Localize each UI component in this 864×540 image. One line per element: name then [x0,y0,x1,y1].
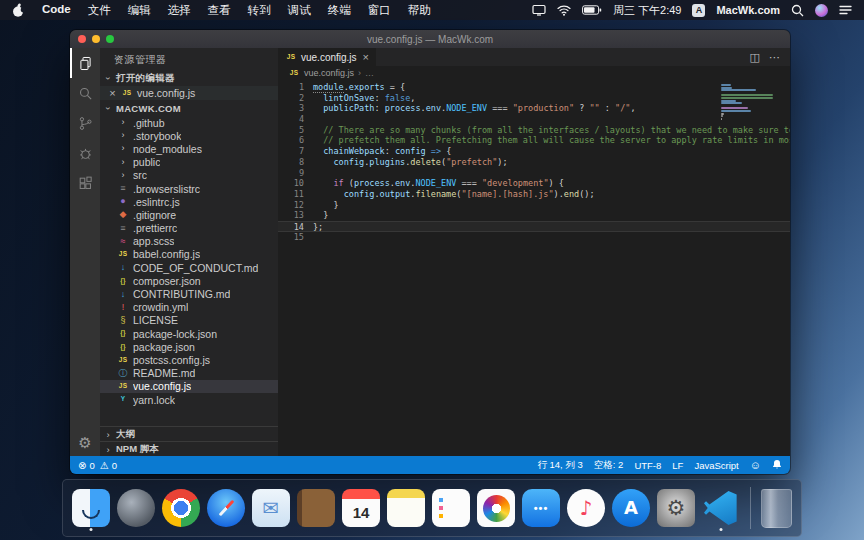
cursor-position[interactable]: 行 14, 列 3 [537,459,582,472]
notification-center-icon[interactable] [839,5,852,15]
close-icon[interactable]: × [108,87,117,99]
language-mode[interactable]: JavaScript [694,460,738,471]
menu-item-7[interactable]: 终端 [328,3,351,18]
menu-item-2[interactable]: 编辑 [128,3,151,18]
dock-mail-icon[interactable]: ✉ [252,489,290,527]
notifications-bell-icon[interactable] [772,459,782,472]
tree-item-node_modules[interactable]: ›node_modules [100,142,278,155]
tree-item-LICENSE[interactable]: §LICENSE [100,314,278,327]
dock-notes-icon[interactable] [387,489,425,527]
tree-item-src[interactable]: ›src [100,169,278,182]
tree-item-vue.config.js[interactable]: JSvue.config.js [100,380,278,393]
tree-item-package-lock.json[interactable]: {}package-lock.json [100,327,278,340]
tree-item-composer.json[interactable]: {}composer.json [100,274,278,287]
menu-item-5[interactable]: 转到 [248,3,271,18]
minimap[interactable] [721,84,777,123]
dock-system-preferences-icon[interactable]: ⚙ [657,489,695,527]
open-editor-item[interactable]: × JS vue.config.js [100,86,278,100]
code-line-14[interactable]: 14}; [278,221,790,232]
tree-item-babel.config.js[interactable]: JSbabel.config.js [100,248,278,261]
feedback-smiley-icon[interactable]: ☺ [750,459,761,471]
menu-item-6[interactable]: 调试 [288,3,311,18]
more-actions-icon[interactable]: ⋯ [769,51,780,64]
open-editors-header[interactable]: › 打开的编辑器 [100,70,278,86]
zoom-window-button[interactable] [106,35,114,43]
code-line-3[interactable]: 3 publicPath: process.env.NODE_ENV === "… [278,103,790,114]
tree-item-CONTRIBUTING.md[interactable]: ↓CONTRIBUTING.md [100,287,278,300]
menu-item-1[interactable]: 文件 [88,3,111,18]
display-icon[interactable] [532,4,546,16]
close-tab-icon[interactable]: × [363,51,369,63]
settings-gear-icon[interactable]: ⚙ [78,434,91,452]
siri-icon[interactable] [815,4,828,17]
tree-item-.eslintrc.js[interactable]: ●.eslintrc.js [100,195,278,208]
tree-item-.browserslistrc[interactable]: ≡.browserslistrc [100,182,278,195]
dock-trash-icon[interactable] [761,489,792,528]
tree-item-public[interactable]: ›public [100,156,278,169]
problems-errors[interactable]: ⊗ 0 [78,460,95,471]
menu-item-3[interactable]: 选择 [168,3,191,18]
source-control-icon[interactable] [70,108,100,138]
eol-sequence[interactable]: LF [672,460,683,471]
tree-item-postcss.config.js[interactable]: JSpostcss.config.js [100,353,278,366]
dock-chrome-icon[interactable] [162,489,200,527]
dock-messages-icon[interactable]: ••• [522,489,560,527]
tree-item-.storybook[interactable]: ›.storybook [100,129,278,142]
code-line-9[interactable]: 9 [278,168,790,179]
breadcrumb[interactable]: JS vue.config.js › … [278,66,790,80]
split-editor-icon[interactable]: ◫ [750,51,760,64]
tree-item-app.scss[interactable]: ≈app.scss [100,235,278,248]
close-window-button[interactable] [78,35,86,43]
menu-item-0[interactable]: Code [42,3,71,18]
code-line-11[interactable]: 11 config.output.filename("[name].[hash]… [278,189,790,200]
dock-launchpad-icon[interactable] [117,489,155,527]
sidebar-section-1[interactable]: ›NPM 脚本 [100,441,278,456]
menu-clock[interactable]: 周三 下午2:49 [613,3,681,18]
tree-item-.prettierrc[interactable]: ≡.prettierrc [100,222,278,235]
code-line-12[interactable]: 12 } [278,200,790,211]
code-line-1[interactable]: 1module.exports = { [278,82,790,93]
code-line-5[interactable]: 5 // There are so many chunks (from all … [278,125,790,136]
wifi-icon[interactable] [557,5,571,16]
apple-logo-icon[interactable] [12,3,25,18]
minimize-window-button[interactable] [92,35,100,43]
encoding[interactable]: UTF-8 [634,460,661,471]
tree-item-.github[interactable]: ›.github [100,116,278,129]
tree-item-.gitignore[interactable]: ◆.gitignore [100,208,278,221]
code-line-8[interactable]: 8 config.plugins.delete("prefetch"); [278,157,790,168]
dock-photos-icon[interactable] [477,489,515,527]
dock-music-icon[interactable]: ♪ [567,489,605,527]
dock-app-store-icon[interactable]: A [612,489,650,527]
dock-reminders-icon[interactable] [432,489,470,527]
explorer-icon[interactable] [70,48,100,78]
dock-calendar-icon[interactable]: 14 [342,489,380,527]
tree-item-package.json[interactable]: {}package.json [100,340,278,353]
dock-safari-icon[interactable] [207,489,245,527]
menu-extra-title[interactable]: MacWk.com [716,4,780,16]
dock-contacts-icon[interactable] [297,489,335,527]
code-line-13[interactable]: 13 } [278,210,790,221]
menu-item-9[interactable]: 帮助 [408,3,431,18]
sidebar-section-0[interactable]: ›大纲 [100,426,278,441]
code-editor[interactable]: 1module.exports = {2 lintOnSave: false,3… [278,80,790,456]
code-line-7[interactable]: 7 chainWebpack: config => { [278,146,790,157]
indentation[interactable]: 空格: 2 [594,459,624,472]
dock-vscode-icon[interactable] [702,489,740,527]
search-icon[interactable] [70,78,100,108]
menu-item-4[interactable]: 查看 [208,3,231,18]
menu-item-8[interactable]: 窗口 [368,3,391,18]
tree-item-CODE_OF_CONDUCT.md[interactable]: ↓CODE_OF_CONDUCT.md [100,261,278,274]
spotlight-search-icon[interactable] [791,4,804,17]
tree-item-crowdin.yml[interactable]: !crowdin.yml [100,301,278,314]
code-line-10[interactable]: 10 if (process.env.NODE_ENV === "develop… [278,178,790,189]
code-line-6[interactable]: 6 // prefetch them all. Prefetching them… [278,135,790,146]
dock-finder-icon[interactable] [72,489,110,527]
battery-icon[interactable] [582,5,602,15]
folder-root-header[interactable]: › MACWK.COM [100,100,278,116]
extensions-icon[interactable] [70,168,100,198]
problems-warnings[interactable]: ⚠ 0 [100,460,117,471]
tree-item-yarn.lock[interactable]: Yyarn.lock [100,393,278,406]
tree-item-README.md[interactable]: ⓘREADME.md [100,367,278,380]
debug-icon[interactable] [70,138,100,168]
code-line-2[interactable]: 2 lintOnSave: false, [278,93,790,104]
